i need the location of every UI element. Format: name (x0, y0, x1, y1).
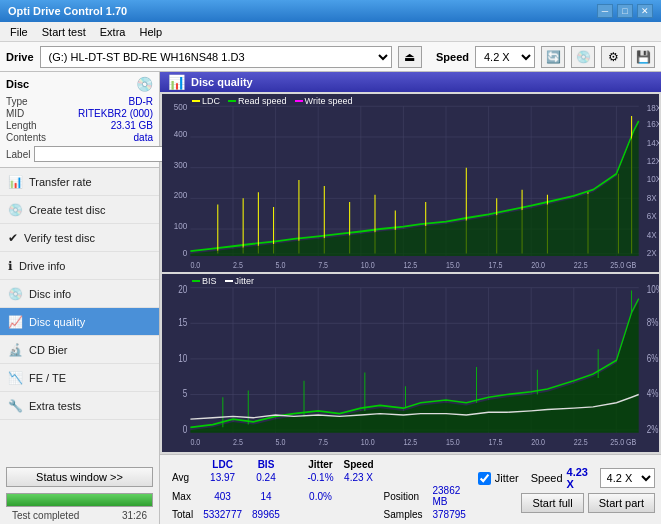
svg-text:10.0: 10.0 (361, 436, 375, 447)
svg-text:2.5: 2.5 (233, 436, 243, 447)
legend-jitter-label: Jitter (235, 276, 255, 286)
svg-text:7.5: 7.5 (318, 436, 328, 447)
upper-chart-legend: LDC Read speed Write speed (192, 96, 352, 106)
main-layout: Disc 💿 Type BD-R MID RITEKBR2 (000) Leng… (0, 72, 661, 524)
total-label: Total (168, 509, 197, 520)
svg-text:0.0: 0.0 (190, 261, 200, 271)
max-label: Max (168, 485, 197, 507)
svg-text:2%: 2% (647, 423, 659, 436)
sidebar-item-transfer-rate[interactable]: 📊 Transfer rate (0, 168, 159, 196)
sidebar-item-cd-bier[interactable]: 🔬 CD Bier (0, 336, 159, 364)
svg-text:22.5: 22.5 (574, 436, 588, 447)
status-window-button[interactable]: Status window >> (6, 467, 153, 487)
svg-text:20.0: 20.0 (531, 261, 545, 271)
svg-text:15.0: 15.0 (446, 261, 460, 271)
progress-bar-container (6, 493, 153, 507)
svg-text:10: 10 (178, 351, 187, 364)
max-ldc: 403 (199, 485, 246, 507)
legend-read-speed-label: Read speed (238, 96, 287, 106)
refresh-button[interactable]: 🔄 (541, 46, 565, 68)
status-window-label: Status window >> (36, 471, 123, 483)
start-full-button[interactable]: Start full (521, 493, 583, 513)
window-controls: ─ □ ✕ (597, 4, 653, 18)
sidebar-item-create-test-disc[interactable]: 💿 Create test disc (0, 196, 159, 224)
verify-test-disc-icon: ✔ (8, 231, 18, 245)
sidebar-item-extra-tests[interactable]: 🔧 Extra tests (0, 392, 159, 420)
sidebar-label-create-test-disc: Create test disc (29, 204, 105, 216)
lower-chart-svg: 0 5 10 15 20 2% 4% 6% 8% 10% 0.0 2.5 5.0… (162, 274, 659, 452)
menu-help[interactable]: Help (133, 24, 168, 40)
sidebar-label-extra-tests: Extra tests (29, 400, 81, 412)
close-button[interactable]: ✕ (637, 4, 653, 18)
charts-area: LDC Read speed Write speed (160, 92, 661, 454)
disc-info-icon: 💿 (8, 287, 23, 301)
eject-button[interactable]: ⏏ (398, 46, 422, 68)
length-label: Length (6, 120, 37, 131)
disc-panel-title: Disc (6, 78, 29, 90)
jitter-row: Jitter Speed 4.23 X 4.2 X (478, 466, 655, 490)
stats-speed-header: Speed (340, 459, 378, 470)
menu-extra[interactable]: Extra (94, 24, 132, 40)
total-ldc: 5332777 (199, 509, 246, 520)
svg-text:5.0: 5.0 (276, 436, 286, 447)
svg-text:25.0 GB: 25.0 GB (610, 261, 636, 271)
start-part-button[interactable]: Start part (588, 493, 655, 513)
avg-jitter: -0.1% (303, 472, 337, 483)
disc-quality-icon: 📈 (8, 315, 23, 329)
svg-text:2.5: 2.5 (233, 261, 243, 271)
svg-text:20: 20 (178, 283, 187, 296)
jitter-checkbox[interactable] (478, 472, 491, 485)
save-button[interactable]: 💾 (631, 46, 655, 68)
stats-bar: LDC BIS Jitter Speed Avg 13.97 0.24 -0.1… (160, 454, 661, 524)
stats-table: LDC BIS Jitter Speed Avg 13.97 0.24 -0.1… (166, 457, 472, 522)
avg-speed: 4.23 X (340, 472, 378, 483)
svg-text:200: 200 (174, 190, 188, 201)
disc-button[interactable]: 💿 (571, 46, 595, 68)
menu-starttest[interactable]: Start test (36, 24, 92, 40)
content-area: 📊 Disc quality LDC Read speed (160, 72, 661, 524)
svg-text:2X: 2X (647, 247, 657, 258)
svg-text:4X: 4X (647, 229, 657, 240)
legend-read-speed-dot (228, 100, 236, 102)
svg-text:8%: 8% (647, 316, 659, 329)
svg-text:25.0 GB: 25.0 GB (610, 436, 636, 447)
menu-file[interactable]: File (4, 24, 34, 40)
minimize-button[interactable]: ─ (597, 4, 613, 18)
menubar: File Start test Extra Help (0, 22, 661, 42)
sidebar-item-drive-info[interactable]: ℹ Drive info (0, 252, 159, 280)
svg-text:18X: 18X (647, 102, 659, 113)
create-test-disc-icon: 💿 (8, 203, 23, 217)
type-label: Type (6, 96, 28, 107)
stats-bis-header: BIS (248, 459, 284, 470)
svg-text:6%: 6% (647, 351, 659, 364)
svg-text:7.5: 7.5 (318, 261, 328, 271)
label-input[interactable] (34, 146, 167, 162)
status-time: 31:26 (122, 510, 147, 521)
maximize-button[interactable]: □ (617, 4, 633, 18)
sidebar-item-fe-te[interactable]: 📉 FE / TE (0, 364, 159, 392)
svg-text:0.0: 0.0 (190, 436, 200, 447)
sidebar-item-disc-info[interactable]: 💿 Disc info (0, 280, 159, 308)
samples-value: 378795 (428, 509, 469, 520)
legend-write-speed: Write speed (295, 96, 353, 106)
upper-chart-svg: 0 100 200 300 400 500 2X 4X 6X 8X 10X 12… (162, 94, 659, 272)
fe-te-icon: 📉 (8, 371, 23, 385)
svg-text:500: 500 (174, 101, 188, 112)
right-controls: Jitter Speed 4.23 X 4.2 X Start full Sta… (478, 466, 655, 513)
sidebar-item-verify-test-disc[interactable]: ✔ Verify test disc (0, 224, 159, 252)
legend-ldc-dot (192, 100, 200, 102)
sidebar-item-disc-quality[interactable]: 📈 Disc quality (0, 308, 159, 336)
stats-jitter-header: Jitter (303, 459, 337, 470)
pos-value: 23862 MB (428, 485, 469, 507)
svg-text:20.0: 20.0 (531, 436, 545, 447)
speed-stat-selector[interactable]: 4.2 X (600, 468, 655, 488)
drive-selector[interactable]: (G:) HL-DT-ST BD-RE WH16NS48 1.D3 (40, 46, 392, 68)
svg-text:12X: 12X (647, 155, 659, 166)
settings-button[interactable]: ⚙ (601, 46, 625, 68)
label-key: Label (6, 149, 30, 160)
svg-text:10.0: 10.0 (361, 261, 375, 271)
speed-selector[interactable]: 4.2 X (475, 46, 535, 68)
cd-bier-icon: 🔬 (8, 343, 23, 357)
transfer-rate-icon: 📊 (8, 175, 23, 189)
svg-text:14X: 14X (647, 137, 659, 148)
